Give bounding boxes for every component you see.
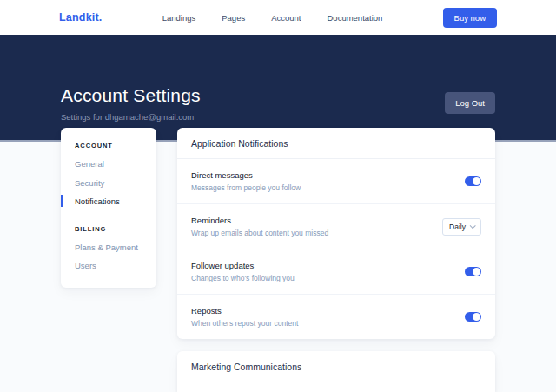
nav-link-account[interactable]: Account [271, 13, 301, 23]
main-content: ACCOUNT General Security Notifications B… [61, 128, 495, 392]
follower-updates-toggle[interactable] [465, 267, 481, 276]
reposts-toggle[interactable] [465, 312, 481, 322]
sidebar-section-account: ACCOUNT [75, 142, 142, 149]
row-reminders: Reminders Wrap up emails about content y… [177, 203, 495, 249]
row-follower-updates: Follower updates Changes to who's follow… [177, 249, 495, 294]
sidebar-item-notifications[interactable]: Notifications [75, 196, 142, 208]
row-subtitle: Messages from people you follow [191, 183, 301, 192]
chevron-down-icon [470, 223, 476, 229]
marketing-communications-card: Marketing Communications [177, 351, 495, 392]
nav-link-pages[interactable]: Pages [222, 13, 245, 23]
row-direct-messages: Direct messages Messages from people you… [177, 159, 495, 203]
settings-sidebar: ACCOUNT General Security Notifications B… [61, 128, 156, 288]
logo[interactable]: Landkit. [59, 11, 103, 23]
sidebar-item-users[interactable]: Users [75, 260, 142, 272]
direct-messages-toggle[interactable] [465, 176, 481, 186]
settings-content: Application Notifications Direct message… [177, 128, 495, 392]
toggle-knob [473, 268, 480, 276]
hero-text: Account Settings Settings for dhgamache@… [61, 85, 201, 122]
sidebar-item-plans-payment[interactable]: Plans & Payment [75, 242, 142, 254]
page-title: Account Settings [61, 85, 201, 106]
row-title: Reminders [191, 216, 328, 225]
sidebar-section-billing: BILLING [75, 225, 142, 233]
row-title: Direct messages [191, 170, 301, 180]
row-subtitle: When others repost your content [191, 319, 298, 328]
card-header-marketing-communications: Marketing Communications [177, 351, 495, 382]
row-title: Reposts [191, 306, 298, 316]
buy-now-button[interactable]: Buy now [443, 8, 497, 28]
hero-banner: Account Settings Settings for dhgamache@… [0, 35, 556, 142]
nav-link-documentation[interactable]: Documentation [328, 13, 383, 23]
row-text: Direct messages Messages from people you… [191, 170, 301, 192]
nav-links: Landings Pages Account Documentation [103, 13, 443, 23]
selected-value: Daily [449, 223, 466, 231]
row-subtitle: Changes to who's following you [191, 274, 295, 282]
sidebar-item-general[interactable]: General [75, 158, 142, 170]
row-text: Follower updates Changes to who's follow… [191, 261, 295, 282]
row-reposts: Reposts When others repost your content [177, 294, 495, 339]
reminders-frequency-select[interactable]: Daily [442, 218, 481, 236]
toggle-knob [473, 177, 480, 185]
card-header-application-notifications: Application Notifications [177, 128, 495, 159]
row-text: Reminders Wrap up emails about content y… [191, 216, 328, 237]
toggle-knob [473, 313, 480, 321]
sidebar-divider [75, 215, 142, 225]
nav-link-landings[interactable]: Landings [162, 13, 196, 23]
page-subtitle: Settings for dhgamache@gmail.com [61, 112, 201, 122]
application-notifications-card: Application Notifications Direct message… [177, 128, 495, 339]
log-out-button[interactable]: Log Out [445, 92, 495, 114]
row-title: Follower updates [191, 261, 295, 270]
row-text: Reposts When others repost your content [191, 306, 298, 328]
sidebar-item-security[interactable]: Security [75, 177, 142, 189]
navbar: Landkit. Landings Pages Account Document… [0, 0, 556, 35]
row-subtitle: Wrap up emails about content you missed [191, 229, 328, 237]
